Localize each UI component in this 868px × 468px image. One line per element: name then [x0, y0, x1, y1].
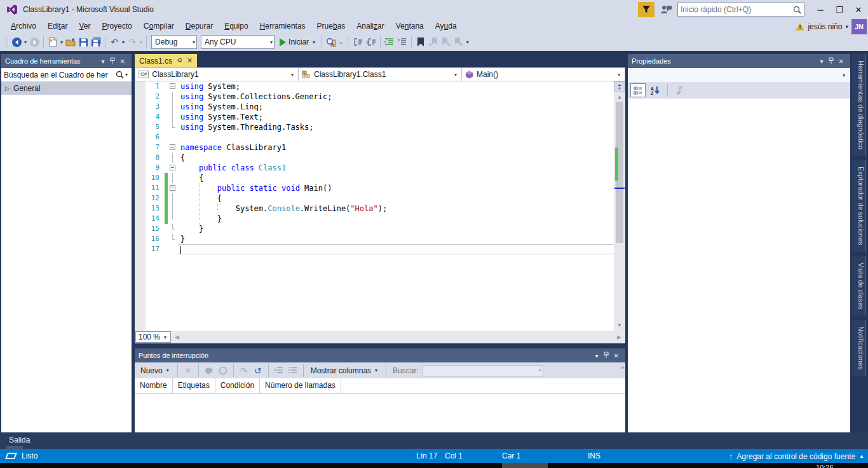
breakpoint-gutter-cell[interactable]: [135, 244, 146, 254]
menu-editar[interactable]: Editar: [42, 19, 73, 33]
solution-platform-combo[interactable]: Any CPU▾: [201, 35, 275, 49]
breakpoint-gutter-cell[interactable]: [135, 153, 146, 163]
code-text[interactable]: System.Console.WriteLine("Hola");: [178, 203, 614, 214]
save-button[interactable]: [77, 35, 90, 49]
toggle-bookmark-button[interactable]: [414, 35, 427, 49]
menu-ayuda[interactable]: Ayuda: [430, 19, 463, 33]
new-breakpoint-button[interactable]: Nuevo▾: [137, 364, 173, 377]
pin-icon[interactable]: [826, 57, 836, 65]
scroll-left-arrow[interactable]: ◀: [171, 334, 183, 340]
properties-grid[interactable]: [628, 99, 850, 432]
code-line-9[interactable]: 9− public class Class1: [135, 163, 614, 173]
clear-bookmarks-button[interactable]: [452, 35, 465, 49]
code-text[interactable]: }: [178, 214, 614, 224]
navigate-backward-button[interactable]: [10, 35, 23, 49]
new-file-dropdown[interactable]: ▾: [59, 39, 64, 45]
breakpoints-header[interactable]: Puntos de interrupción ▾ ✕: [135, 348, 625, 362]
breakpoint-gutter-cell[interactable]: [135, 122, 146, 132]
redo-dropdown[interactable]: ▾: [139, 39, 144, 45]
export-breakpoints-button[interactable]: ↷: [238, 364, 250, 378]
menu-herramientas[interactable]: Herramientas: [254, 19, 311, 33]
navigate-forward-button[interactable]: [28, 35, 41, 49]
dropdown-arrow-icon[interactable]: ▾: [616, 72, 621, 78]
code-text[interactable]: using System.Text;: [178, 112, 614, 122]
code-line-16[interactable]: 16}: [135, 234, 614, 244]
collapse-box-icon[interactable]: −: [170, 83, 175, 89]
code-text[interactable]: }: [178, 224, 614, 234]
document-tab-class1[interactable]: Class1.cs ✕: [135, 54, 197, 67]
breakpoint-gutter-cell[interactable]: [135, 234, 146, 244]
breakpoint-gutter-cell[interactable]: [135, 92, 146, 102]
code-text[interactable]: }: [178, 234, 614, 244]
window-split-handle[interactable]: ‡: [614, 81, 625, 92]
column-header-nombre[interactable]: Nombre: [135, 378, 173, 393]
code-line-5[interactable]: 5using System.Threading.Tasks;: [135, 122, 614, 132]
outlining-margin[interactable]: −: [168, 81, 178, 92]
code-line-15[interactable]: 15 }: [135, 224, 614, 234]
code-text[interactable]: namespace ClassLibrary1: [178, 142, 614, 153]
code-line-2[interactable]: 2using System.Collections.Generic;: [135, 92, 614, 102]
restore-button[interactable]: ❐: [830, 1, 849, 18]
close-icon[interactable]: ✕: [836, 58, 846, 65]
window-position-dropdown-icon[interactable]: ▾: [593, 352, 601, 359]
quick-launch-input[interactable]: [678, 5, 793, 14]
toolbar-options-dropdown[interactable]: ⌄: [337, 39, 344, 45]
increase-indent-button[interactable]: ?: [396, 35, 409, 49]
start-dropdown[interactable]: ▾: [311, 39, 316, 45]
code-line-14[interactable]: 14 }: [135, 214, 614, 224]
property-pages-button[interactable]: [672, 83, 688, 97]
code-line-6[interactable]: 6: [135, 132, 614, 142]
close-button[interactable]: ✕: [849, 1, 868, 18]
code-line-10[interactable]: 10 {: [135, 173, 614, 183]
output-tab[interactable]: Salida: [9, 436, 30, 444]
toolbox-search-box[interactable]: Búsqueda en el Cuadro de her ▾: [1, 68, 132, 82]
minimize-button[interactable]: ─: [811, 1, 830, 18]
breakpoint-gutter-cell[interactable]: [135, 203, 146, 214]
code-text[interactable]: {: [178, 153, 614, 163]
code-line-3[interactable]: 3using System.Linq;: [135, 102, 614, 112]
toolbar-grip[interactable]: [346, 36, 350, 48]
breakpoint-gutter-cell[interactable]: [135, 142, 146, 153]
undo-dropdown[interactable]: ▾: [121, 39, 126, 45]
code-text[interactable]: using System.Threading.Tasks;: [178, 122, 614, 132]
close-icon[interactable]: ✕: [611, 352, 621, 359]
toolbar-overflow-dropdown[interactable]: ▾: [465, 39, 470, 45]
code-text[interactable]: [178, 132, 614, 142]
decrease-indent-button[interactable]: [383, 35, 396, 49]
go-to-source-button[interactable]: ↺: [252, 364, 264, 378]
add-to-source-control-button[interactable]: ↑ Agregar al control de código fuente ▲: [729, 451, 864, 461]
feedback-filter-button[interactable]: [638, 2, 654, 17]
menu-archivo[interactable]: Archivo: [5, 19, 42, 33]
pin-icon[interactable]: [107, 57, 118, 65]
code-line-7[interactable]: 7−namespace ClassLibrary1: [135, 142, 614, 153]
columns-list-button[interactable]: [287, 364, 299, 378]
code-line-13[interactable]: 13 System.Console.WriteLine("Hola");: [135, 203, 614, 214]
categorized-view-button[interactable]: [630, 83, 646, 97]
send-feedback-icon[interactable]: [660, 3, 672, 16]
project-dropdown[interactable]: C# ClassLibrary1 ▾: [135, 67, 298, 81]
breakpoint-gutter-cell[interactable]: [135, 193, 146, 203]
breakpoint-gutter-cell[interactable]: [135, 214, 146, 224]
code-line-1[interactable]: 1−using System;: [135, 81, 614, 92]
outlining-margin[interactable]: −: [168, 163, 178, 173]
breakpoints-list-body[interactable]: [135, 394, 625, 432]
solution-configuration-combo[interactable]: Debug▾: [151, 35, 197, 49]
menu-equipo[interactable]: Equipo: [219, 19, 254, 33]
side-tab-notificaciones[interactable]: Notificaciones: [852, 320, 866, 376]
scroll-down-arrow[interactable]: ▼: [614, 320, 625, 329]
menu-ver[interactable]: Ver: [73, 19, 96, 33]
breakpoint-gutter-cell[interactable]: [135, 224, 146, 234]
code-line-17[interactable]: 17: [135, 244, 614, 254]
breakpoint-gutter-cell[interactable]: [135, 163, 146, 173]
breakpoint-gutter-cell[interactable]: [135, 173, 146, 183]
breakpoint-gutter-cell[interactable]: [135, 102, 146, 112]
account-area[interactable]: jesús niño ▾ JN: [796, 19, 867, 34]
side-tab-explorador-de-soluciones[interactable]: Explorador de soluciones: [852, 160, 866, 252]
code-text[interactable]: {: [178, 193, 614, 203]
toolbar-overflow-icon[interactable]: ››: [621, 364, 623, 371]
expand-up-icon[interactable]: ▲: [859, 453, 864, 459]
code-text[interactable]: {: [178, 173, 614, 183]
close-icon[interactable]: ✕: [118, 58, 128, 65]
account-avatar[interactable]: JN: [851, 19, 867, 34]
code-line-8[interactable]: 8{: [135, 153, 614, 163]
